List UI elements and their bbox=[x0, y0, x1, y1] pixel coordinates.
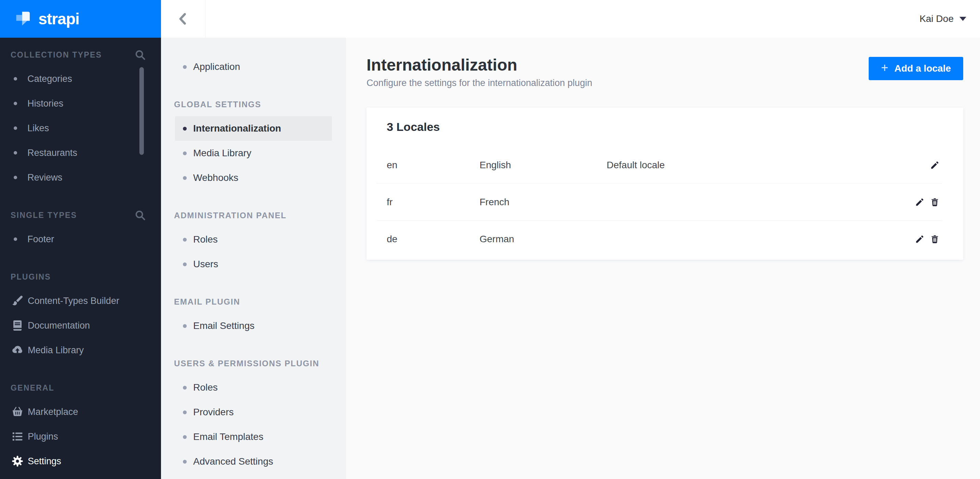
paintbrush-icon bbox=[11, 294, 24, 308]
sidebar-item-media-library[interactable]: Media Library bbox=[0, 338, 161, 363]
settings-nav-item-admin-users[interactable]: Users bbox=[175, 252, 332, 277]
bullet-icon bbox=[183, 176, 187, 180]
page-header: Internationalization Configure the setti… bbox=[366, 56, 963, 88]
sidebar-item-label: Histories bbox=[27, 98, 64, 109]
pencil-icon bbox=[915, 234, 924, 244]
bullet-icon bbox=[183, 65, 187, 69]
edit-locale-button[interactable] bbox=[915, 234, 925, 244]
settings-nav-item-up-roles[interactable]: Roles bbox=[175, 375, 332, 400]
settings-section-label: USERS & PERMISSIONS PLUGIN bbox=[161, 358, 346, 369]
chevron-left-icon bbox=[176, 11, 191, 26]
sidebar-item-footer[interactable]: Footer bbox=[0, 227, 161, 251]
settings-nav-item-email-settings[interactable]: Email Settings bbox=[175, 313, 332, 338]
settings-nav-item-webhooks[interactable]: Webhooks bbox=[175, 166, 332, 190]
sidebar-item-label: Settings bbox=[28, 456, 61, 467]
settings-section-users-permissions-plugin: USERS & PERMISSIONS PLUGIN Roles Provide… bbox=[161, 358, 346, 474]
add-locale-button[interactable]: + Add a locale bbox=[869, 57, 963, 80]
sidebar-item-label: Reviews bbox=[27, 172, 62, 183]
page-subtitle: Configure the settings for the internati… bbox=[366, 78, 592, 88]
strapi-admin-app: strapi COLLECTION TYPES Categories Histo… bbox=[0, 0, 980, 479]
delete-locale-button[interactable] bbox=[930, 234, 940, 244]
bullet-icon bbox=[14, 77, 17, 81]
bullet-icon bbox=[14, 102, 17, 105]
section-label: COLLECTION TYPES bbox=[11, 50, 102, 60]
sidebar-nav: COLLECTION TYPES Categories Histories Li… bbox=[0, 38, 161, 474]
search-icon[interactable] bbox=[134, 209, 146, 221]
back-button[interactable] bbox=[161, 0, 205, 38]
search-icon[interactable] bbox=[134, 49, 146, 61]
sidebar-item-label: Media Library bbox=[28, 345, 84, 356]
edit-locale-button[interactable] bbox=[915, 197, 925, 207]
bullet-icon bbox=[183, 127, 187, 130]
bullet-icon bbox=[183, 386, 187, 390]
table-row-de[interactable]: de German bbox=[377, 221, 942, 258]
settings-nav-label: Internationalization bbox=[193, 123, 281, 134]
edit-locale-button[interactable] bbox=[930, 160, 940, 170]
user-name: Kai Doe bbox=[920, 13, 954, 24]
bullet-icon bbox=[183, 324, 187, 328]
book-icon bbox=[11, 319, 24, 333]
settings-nav-item-media-library[interactable]: Media Library bbox=[175, 141, 332, 166]
top-header: Kai Doe bbox=[161, 0, 980, 38]
sidebar-item-reviews[interactable]: Reviews bbox=[0, 165, 161, 190]
settings-nav-label: Webhooks bbox=[193, 172, 239, 183]
sidebar-section-single-types: SINGLE TYPES Footer bbox=[0, 210, 161, 251]
list-icon bbox=[11, 430, 24, 443]
bullet-icon bbox=[183, 435, 187, 439]
sidebar-item-histories[interactable]: Histories bbox=[0, 91, 161, 116]
locale-name: English bbox=[480, 160, 607, 170]
right-panel: Kai Doe Application GLOBAL SETTINGS Inte… bbox=[161, 0, 980, 479]
sidebar-item-label: Marketplace bbox=[28, 407, 78, 417]
locale-code: fr bbox=[377, 197, 480, 208]
settings-subnav: Application GLOBAL SETTINGS Internationa… bbox=[161, 38, 346, 479]
settings-nav-item-admin-roles[interactable]: Roles bbox=[175, 227, 332, 252]
settings-nav-item-email-templates[interactable]: Email Templates bbox=[175, 425, 332, 449]
settings-nav-label: Providers bbox=[193, 407, 234, 418]
gear-icon bbox=[11, 454, 24, 468]
main-sidebar: strapi COLLECTION TYPES Categories Histo… bbox=[0, 0, 161, 479]
sidebar-item-likes[interactable]: Likes bbox=[0, 116, 161, 140]
pencil-icon bbox=[915, 197, 924, 207]
content-area: Application GLOBAL SETTINGS Internationa… bbox=[161, 38, 980, 479]
section-label: GENERAL bbox=[11, 384, 54, 393]
strapi-logo[interactable]: strapi bbox=[0, 0, 161, 38]
locale-name: French bbox=[480, 197, 607, 208]
strapi-logo-icon bbox=[15, 10, 32, 28]
bullet-icon bbox=[14, 176, 17, 179]
sidebar-item-restaurants[interactable]: Restaurants bbox=[0, 140, 161, 165]
sidebar-item-marketplace[interactable]: Marketplace bbox=[0, 399, 161, 424]
settings-nav-item-providers[interactable]: Providers bbox=[175, 400, 332, 425]
settings-nav-item-advanced-settings[interactable]: Advanced Settings bbox=[175, 449, 332, 474]
locales-count-title: 3 Locales bbox=[366, 108, 963, 134]
settings-nav-item-internationalization[interactable]: Internationalization bbox=[175, 116, 332, 141]
main-content: Internationalization Configure the setti… bbox=[346, 38, 980, 479]
basket-icon bbox=[11, 405, 24, 419]
settings-nav-label: Users bbox=[193, 259, 218, 270]
settings-nav-label: Advanced Settings bbox=[193, 456, 274, 467]
settings-section-label: ADMINISTRATION PANEL bbox=[161, 210, 346, 221]
locale-name: German bbox=[480, 234, 607, 245]
sidebar-item-plugins[interactable]: Plugins bbox=[0, 424, 161, 449]
sidebar-item-documentation[interactable]: Documentation bbox=[0, 313, 161, 338]
bullet-icon bbox=[14, 237, 17, 241]
add-locale-label: Add a locale bbox=[894, 63, 951, 74]
table-row-en[interactable]: en English Default locale bbox=[377, 146, 942, 184]
settings-section-administration-panel: ADMINISTRATION PANEL Roles Users bbox=[161, 210, 346, 277]
settings-section-label: EMAIL PLUGIN bbox=[161, 297, 346, 307]
sidebar-item-label: Categories bbox=[27, 74, 72, 84]
table-row-fr[interactable]: fr French bbox=[377, 184, 942, 221]
delete-locale-button[interactable] bbox=[930, 197, 940, 207]
settings-section-label: GLOBAL SETTINGS bbox=[161, 99, 346, 110]
user-menu[interactable]: Kai Doe bbox=[920, 13, 966, 24]
sidebar-item-settings[interactable]: Settings bbox=[0, 449, 161, 474]
locale-code: en bbox=[377, 160, 480, 170]
sidebar-item-label: Documentation bbox=[28, 320, 90, 331]
sidebar-item-label: Footer bbox=[27, 234, 54, 245]
sidebar-scrollbar-thumb[interactable] bbox=[139, 67, 144, 155]
settings-nav-label: Roles bbox=[193, 382, 218, 393]
settings-nav-item-application[interactable]: Application bbox=[175, 54, 332, 79]
sidebar-item-categories[interactable]: Categories bbox=[0, 67, 161, 91]
locale-code: de bbox=[377, 234, 480, 245]
sidebar-item-content-types-builder[interactable]: Content-Types Builder bbox=[0, 288, 161, 313]
sidebar-section-general: GENERAL Marketplace Plugins Settings bbox=[0, 383, 161, 474]
